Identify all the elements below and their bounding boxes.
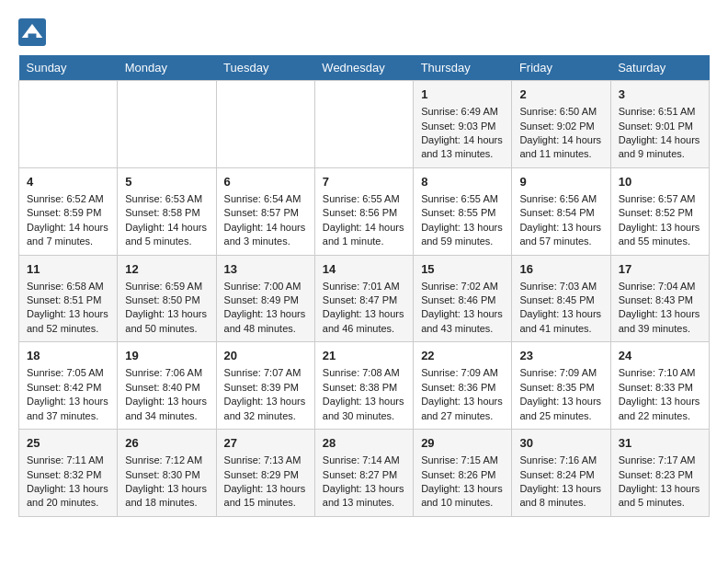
calendar-cell: 20Sunrise: 7:07 AM Sunset: 8:39 PM Dayli…: [216, 342, 314, 430]
calendar-cell: [19, 81, 118, 168]
day-number: 11: [27, 261, 109, 278]
day-number: 13: [224, 261, 307, 278]
day-number: 9: [519, 174, 602, 190]
calendar-cell: 12Sunrise: 6:59 AM Sunset: 8:50 PM Dayli…: [118, 255, 216, 342]
header-cell-thursday: Thursday: [414, 55, 512, 81]
day-number: 29: [421, 435, 504, 452]
day-number: 30: [519, 435, 602, 452]
header-cell-wednesday: Wednesday: [314, 55, 413, 81]
day-number: 21: [323, 348, 405, 364]
calendar-cell: 16Sunrise: 7:03 AM Sunset: 8:45 PM Dayli…: [512, 255, 610, 342]
calendar-cell: 31Sunrise: 7:17 AM Sunset: 8:23 PM Dayli…: [610, 430, 709, 517]
day-number: 16: [519, 261, 602, 278]
day-number: 3: [619, 86, 701, 103]
week-row-5: 25Sunrise: 7:11 AM Sunset: 8:32 PM Dayli…: [19, 430, 710, 517]
calendar-cell: 14Sunrise: 7:01 AM Sunset: 8:47 PM Dayli…: [314, 255, 413, 342]
day-number: 17: [619, 261, 701, 278]
day-number: 6: [224, 174, 307, 190]
calendar-cell: [118, 81, 216, 168]
day-number: 26: [125, 435, 208, 452]
day-number: 8: [421, 174, 504, 190]
header-cell-friday: Friday: [512, 55, 610, 81]
calendar-cell: 23Sunrise: 7:09 AM Sunset: 8:35 PM Dayli…: [512, 342, 610, 430]
calendar-cell: 4Sunrise: 6:52 AM Sunset: 8:59 PM Daylig…: [19, 167, 118, 255]
calendar-cell: 11Sunrise: 6:58 AM Sunset: 8:51 PM Dayli…: [19, 255, 118, 342]
calendar-cell: 21Sunrise: 7:08 AM Sunset: 8:38 PM Dayli…: [314, 342, 413, 430]
header-cell-tuesday: Tuesday: [216, 55, 314, 81]
calendar-cell: 22Sunrise: 7:09 AM Sunset: 8:36 PM Dayli…: [414, 342, 512, 430]
calendar-cell: 6Sunrise: 6:54 AM Sunset: 8:57 PM Daylig…: [216, 167, 314, 255]
week-row-3: 11Sunrise: 6:58 AM Sunset: 8:51 PM Dayli…: [19, 255, 710, 342]
day-number: 20: [224, 348, 307, 364]
svg-rect-2: [28, 34, 37, 41]
calendar-body: 1Sunrise: 6:49 AM Sunset: 9:03 PM Daylig…: [19, 81, 710, 517]
week-row-4: 18Sunrise: 7:05 AM Sunset: 8:42 PM Dayli…: [19, 342, 710, 430]
calendar-header: SundayMondayTuesdayWednesdayThursdayFrid…: [19, 55, 710, 81]
calendar-cell: 17Sunrise: 7:04 AM Sunset: 8:43 PM Dayli…: [610, 255, 709, 342]
day-number: 1: [421, 86, 504, 103]
calendar-cell: 30Sunrise: 7:16 AM Sunset: 8:24 PM Dayli…: [512, 430, 610, 517]
day-number: 23: [519, 348, 602, 364]
logo-icon: [18, 18, 46, 46]
calendar-cell: 2Sunrise: 6:50 AM Sunset: 9:02 PM Daylig…: [512, 81, 610, 168]
day-number: 22: [421, 348, 504, 364]
calendar-cell: 10Sunrise: 6:57 AM Sunset: 8:52 PM Dayli…: [610, 167, 709, 255]
calendar-cell: 18Sunrise: 7:05 AM Sunset: 8:42 PM Dayli…: [19, 342, 118, 430]
day-number: 19: [125, 348, 208, 364]
calendar-cell: 29Sunrise: 7:15 AM Sunset: 8:26 PM Dayli…: [414, 430, 512, 517]
calendar-cell: 8Sunrise: 6:55 AM Sunset: 8:55 PM Daylig…: [414, 167, 512, 255]
header-cell-saturday: Saturday: [610, 55, 709, 81]
day-number: 12: [125, 261, 208, 278]
calendar-cell: 19Sunrise: 7:06 AM Sunset: 8:40 PM Dayli…: [118, 342, 216, 430]
day-number: 27: [224, 435, 307, 452]
calendar-cell: [314, 81, 413, 168]
day-number: 4: [27, 174, 109, 190]
calendar-cell: 13Sunrise: 7:00 AM Sunset: 8:49 PM Dayli…: [216, 255, 314, 342]
calendar-cell: 1Sunrise: 6:49 AM Sunset: 9:03 PM Daylig…: [414, 81, 512, 168]
day-number: 2: [519, 86, 602, 103]
calendar-cell: 7Sunrise: 6:55 AM Sunset: 8:56 PM Daylig…: [314, 167, 413, 255]
day-number: 24: [619, 348, 701, 364]
week-row-2: 4Sunrise: 6:52 AM Sunset: 8:59 PM Daylig…: [19, 167, 710, 255]
calendar-cell: 26Sunrise: 7:12 AM Sunset: 8:30 PM Dayli…: [118, 430, 216, 517]
calendar-cell: 24Sunrise: 7:10 AM Sunset: 8:33 PM Dayli…: [610, 342, 709, 430]
calendar-cell: 25Sunrise: 7:11 AM Sunset: 8:32 PM Dayli…: [19, 430, 118, 517]
day-number: 15: [421, 261, 504, 278]
header-cell-sunday: Sunday: [19, 55, 118, 81]
day-number: 5: [125, 174, 208, 190]
header-cell-monday: Monday: [118, 55, 216, 81]
week-row-1: 1Sunrise: 6:49 AM Sunset: 9:03 PM Daylig…: [19, 81, 710, 168]
calendar-cell: 28Sunrise: 7:14 AM Sunset: 8:27 PM Dayli…: [314, 430, 413, 517]
calendar-cell: 3Sunrise: 6:51 AM Sunset: 9:01 PM Daylig…: [610, 81, 709, 168]
calendar-table: SundayMondayTuesdayWednesdayThursdayFrid…: [18, 55, 710, 517]
calendar-cell: [216, 81, 314, 168]
header-row: SundayMondayTuesdayWednesdayThursdayFrid…: [19, 55, 710, 81]
day-number: 28: [323, 435, 405, 452]
day-number: 18: [27, 348, 109, 364]
calendar-cell: 5Sunrise: 6:53 AM Sunset: 8:58 PM Daylig…: [118, 167, 216, 255]
calendar-cell: 15Sunrise: 7:02 AM Sunset: 8:46 PM Dayli…: [414, 255, 512, 342]
day-number: 25: [27, 435, 109, 452]
day-number: 7: [323, 174, 405, 190]
day-number: 31: [619, 435, 701, 452]
calendar-cell: 27Sunrise: 7:13 AM Sunset: 8:29 PM Dayli…: [216, 430, 314, 517]
day-number: 10: [619, 174, 701, 190]
page-header: [18, 18, 710, 46]
day-number: 14: [323, 261, 405, 278]
calendar-cell: 9Sunrise: 6:56 AM Sunset: 8:54 PM Daylig…: [512, 167, 610, 255]
logo: [18, 18, 50, 46]
